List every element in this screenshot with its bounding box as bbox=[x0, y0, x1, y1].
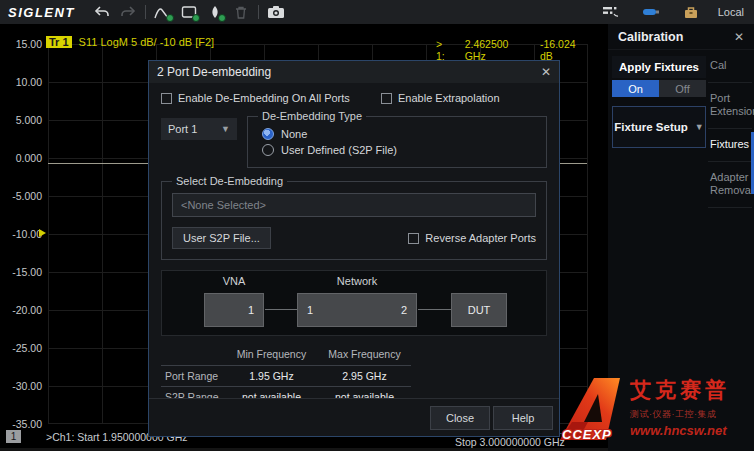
y-axis-label: 10.00 bbox=[0, 76, 42, 88]
close-button[interactable]: Close bbox=[430, 406, 490, 430]
connector-line bbox=[265, 309, 297, 310]
trash-icon[interactable] bbox=[228, 1, 254, 23]
dialog-footer: Close Help bbox=[149, 398, 559, 436]
dialog-title: 2 Port De-embedding bbox=[157, 65, 271, 79]
table-header-row: Min Frequency Max Frequency bbox=[161, 344, 411, 365]
port-select-value: Port 1 bbox=[168, 123, 197, 135]
port-and-type-row: Port 1 ▼ De-Embedding Type None User Def… bbox=[149, 106, 559, 168]
sidebar-close-icon[interactable]: ✕ bbox=[734, 30, 744, 44]
stop-frequency-label: Stop 3.000000000 GHz bbox=[455, 436, 565, 448]
checkbox-icon[interactable] bbox=[381, 93, 392, 104]
sidebar-title: Calibration bbox=[618, 30, 683, 44]
sidebar-tabs: Cal Port Extension Fixtures Adapter Remo… bbox=[708, 50, 752, 208]
marker-frequency: 2.462500 GHz bbox=[465, 38, 528, 62]
trace1-format-label: S11 LogM 5 dB/ -10 dB [F2] bbox=[79, 36, 215, 48]
y-axis-label: -5.000 bbox=[0, 190, 42, 202]
marker-value: -16.024 dB bbox=[540, 38, 588, 62]
network-topology-diagram: VNA Network 1 1 2 DUT bbox=[161, 270, 547, 336]
vna-screen: SIGLENT bbox=[0, 0, 754, 451]
network-box: 1 2 bbox=[297, 293, 417, 327]
y-axis-label: -35.00 bbox=[0, 418, 42, 430]
fixture-setup-label: Fixture Setup bbox=[614, 121, 687, 133]
user-s2p-file-button[interactable]: User S2P File... bbox=[172, 227, 271, 249]
vna-box: 1 bbox=[204, 293, 264, 327]
top-toolbar: SIGLENT bbox=[0, 0, 754, 24]
chevron-down-icon: ▼ bbox=[221, 124, 230, 134]
y-axis-label: 0.000 bbox=[0, 152, 42, 164]
select-de-embedding-group: Select De-Embedding <None Selected> User… bbox=[161, 175, 547, 260]
trace1-chip[interactable]: Tr 1 bbox=[46, 36, 72, 48]
undo-icon[interactable] bbox=[89, 1, 115, 23]
y-axis-label: -15.00 bbox=[0, 266, 42, 278]
tab-adapter-removal[interactable]: Adapter Removal bbox=[708, 162, 752, 208]
radio-label: None bbox=[281, 128, 307, 140]
toolbox-icon[interactable] bbox=[678, 1, 704, 23]
chevron-down-icon: ▼ bbox=[695, 122, 704, 132]
checkbox-label: Reverse Adapter Ports bbox=[425, 232, 536, 244]
tab-port-extension[interactable]: Port Extension bbox=[708, 83, 752, 129]
selected-file-field[interactable]: <None Selected> bbox=[172, 193, 536, 217]
window-icon[interactable] bbox=[176, 1, 202, 23]
vna-port-number: 1 bbox=[248, 304, 254, 316]
y-axis-label: -20.00 bbox=[0, 304, 42, 316]
toolbar-right-group: Local bbox=[598, 1, 754, 23]
marker-icon[interactable] bbox=[202, 1, 228, 23]
marker-number: > 1: bbox=[436, 38, 453, 62]
port-select-dropdown[interactable]: Port 1 ▼ bbox=[161, 118, 237, 140]
radio-selected-icon[interactable] bbox=[262, 128, 274, 140]
network-label: Network bbox=[297, 275, 417, 287]
reference-level-arrow bbox=[39, 229, 46, 237]
radio-icon[interactable] bbox=[262, 144, 274, 156]
local-mode-label: Local bbox=[718, 6, 744, 18]
de-embedding-dialog: 2 Port De-embedding ✕ Enable De-Embeddin… bbox=[148, 60, 560, 437]
reverse-adapter-ports-checkbox[interactable]: Reverse Adapter Ports bbox=[408, 232, 536, 244]
apply-fixtures-toggle: On Off bbox=[612, 80, 706, 97]
dialog-title-bar: 2 Port De-embedding ✕ bbox=[149, 61, 559, 83]
usb-device-icon[interactable] bbox=[638, 1, 664, 23]
toggle-off-button[interactable]: Off bbox=[659, 80, 706, 97]
checkbox-label: Enable De-Embedding On All Ports bbox=[178, 92, 350, 104]
channel-badge[interactable]: 1 bbox=[6, 430, 21, 443]
checkbox-icon[interactable] bbox=[408, 233, 419, 244]
y-axis-label: -10.00 bbox=[0, 228, 42, 240]
de-embedding-type-group: De-Embedding Type None User Defined (S2P… bbox=[247, 110, 547, 168]
trace-info-bar: Tr 1 S11 LogM 5 dB/ -10 dB [F2] bbox=[46, 36, 214, 48]
dialog-checkbox-row: Enable De-Embedding On All Ports Enable … bbox=[149, 83, 559, 106]
y-axis-label: 15.00 bbox=[0, 38, 42, 50]
connector-line bbox=[418, 309, 451, 310]
marker-readout: > 1: 2.462500 GHz -16.024 dB bbox=[436, 38, 588, 62]
apply-fixtures-label: Apply Fixtures bbox=[612, 56, 706, 78]
tab-fixtures[interactable]: Fixtures bbox=[708, 129, 752, 162]
fixture-setup-dropdown[interactable]: Fixture Setup ▼ bbox=[612, 106, 706, 148]
dut-label: DUT bbox=[468, 304, 491, 316]
marker-count-badge bbox=[218, 14, 226, 22]
dialog-close-icon[interactable]: ✕ bbox=[541, 65, 551, 79]
trace-icon[interactable] bbox=[150, 1, 176, 23]
enable-extrapolation-checkbox[interactable]: Enable Extrapolation bbox=[381, 92, 500, 104]
network-port1-number: 1 bbox=[307, 294, 313, 326]
calibration-sidebar: Calibration ✕ Apply Fixtures On Off Fixt… bbox=[608, 24, 754, 451]
tab-cal[interactable]: Cal bbox=[708, 50, 752, 83]
enable-all-ports-checkbox[interactable]: Enable De-Embedding On All Ports bbox=[161, 92, 381, 104]
trace-count-badge bbox=[166, 14, 174, 22]
help-button[interactable]: Help bbox=[493, 406, 553, 430]
y-axis-label: -30.00 bbox=[0, 380, 42, 392]
window-count-badge bbox=[192, 14, 200, 22]
redo-icon[interactable] bbox=[115, 1, 141, 23]
toolbar-divider bbox=[258, 5, 259, 19]
port-range-max: 2.95 GHz bbox=[318, 365, 411, 386]
port-range-min: 1.95 GHz bbox=[225, 365, 318, 386]
port-range-label: Port Range bbox=[161, 365, 225, 386]
file-row: User S2P File... Reverse Adapter Ports bbox=[172, 227, 536, 249]
type-none-radio[interactable]: None bbox=[262, 128, 536, 140]
type-user-defined-radio[interactable]: User Defined (S2P File) bbox=[262, 144, 536, 156]
window-layout-icon[interactable] bbox=[598, 1, 624, 23]
checkbox-icon[interactable] bbox=[161, 93, 172, 104]
y-axis-label: 5.000 bbox=[0, 114, 42, 126]
toolbar-divider bbox=[145, 5, 146, 19]
radio-label: User Defined (S2P File) bbox=[281, 144, 397, 156]
screenshot-camera-icon[interactable] bbox=[263, 1, 289, 23]
y-axis-label: -25.00 bbox=[0, 342, 42, 354]
table-row: Port Range 1.95 GHz 2.95 GHz bbox=[161, 365, 411, 386]
toggle-on-button[interactable]: On bbox=[612, 80, 659, 97]
